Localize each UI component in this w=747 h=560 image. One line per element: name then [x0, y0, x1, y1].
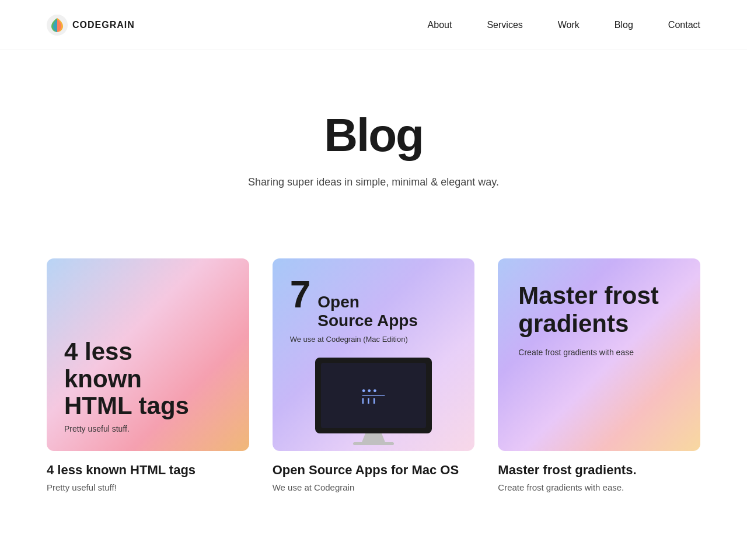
cards-grid: 4 lessknownHTML tags Pretty useful stuff…	[47, 258, 700, 492]
card-3-image: Master frostgradients Create frost gradi…	[498, 258, 700, 451]
card-1-title: 4 less known HTML tags	[47, 463, 249, 478]
blog-card-3[interactable]: Master frostgradients Create frost gradi…	[498, 258, 700, 492]
card-2-image-medium-text: OpenSource Apps	[317, 293, 418, 330]
card-1-image-small-text: Pretty useful stuff.	[64, 424, 232, 433]
card-1-image-big-text: 4 lessknownHTML tags	[64, 338, 232, 419]
blog-card-1[interactable]: 4 lessknownHTML tags Pretty useful stuff…	[47, 258, 249, 492]
card-3-title: Master frost gradients.	[498, 463, 700, 478]
nav-about[interactable]: About	[428, 20, 452, 30]
site-header: CODEGRAIN About Services Work Blog Conta…	[0, 0, 747, 50]
hero-subtitle: Sharing super ideas in simple, minimal &…	[47, 176, 700, 188]
card-3-image-small-text: Create frost gradients with ease	[518, 348, 680, 357]
nav-work[interactable]: Work	[558, 20, 580, 30]
blog-card-2[interactable]: 7 OpenSource Apps We use at Codegrain (M…	[273, 258, 475, 492]
card-3-description: Create frost gradients with ease.	[498, 482, 700, 492]
card-2-description: We use at Codegrain	[273, 482, 475, 492]
card-2-title: Open Source Apps for Mac OS	[273, 463, 475, 478]
imac-mockup: ● ● ●━━━━━━━━ ▌ ▌ ▌	[309, 358, 438, 445]
card-2-image-content: 7 OpenSource Apps We use at Codegrain (M…	[290, 276, 458, 344]
page-title: Blog	[47, 108, 700, 162]
imac-stand	[362, 433, 385, 442]
card-1-image-content: 4 lessknownHTML tags Pretty useful stuff…	[47, 321, 249, 451]
imac-base	[353, 442, 394, 445]
imac-screen-content: ● ● ●━━━━━━━━ ▌ ▌ ▌	[321, 363, 426, 428]
imac-screen: ● ● ●━━━━━━━━ ▌ ▌ ▌	[321, 363, 426, 428]
card-3-image-content: Master frostgradients Create frost gradi…	[518, 282, 680, 357]
nav-services[interactable]: Services	[487, 20, 522, 30]
card-2-image-number: 7	[290, 276, 311, 313]
main-nav: About Services Work Blog Contact	[428, 20, 700, 30]
blog-cards-section: 4 lessknownHTML tags Pretty useful stuff…	[0, 235, 747, 539]
imac-monitor: ● ● ●━━━━━━━━ ▌ ▌ ▌	[315, 358, 432, 433]
card-3-image-big-text: Master frostgradients	[518, 282, 680, 338]
imac-screen-text: ● ● ●━━━━━━━━ ▌ ▌ ▌	[362, 388, 385, 404]
nav-contact[interactable]: Contact	[668, 20, 700, 30]
nav-blog[interactable]: Blog	[615, 20, 633, 30]
logo-icon	[47, 15, 68, 36]
card-2-image: 7 OpenSource Apps We use at Codegrain (M…	[273, 258, 475, 451]
hero-section: Blog Sharing super ideas in simple, mini…	[0, 50, 747, 235]
logo-link[interactable]: CODEGRAIN	[47, 15, 135, 36]
logo-text: CODEGRAIN	[72, 20, 135, 30]
card-1-description: Pretty useful stuff!	[47, 482, 249, 492]
card-1-image: 4 lessknownHTML tags Pretty useful stuff…	[47, 258, 249, 451]
card-2-image-small-text: We use at Codegrain (Mac Edition)	[290, 335, 458, 344]
